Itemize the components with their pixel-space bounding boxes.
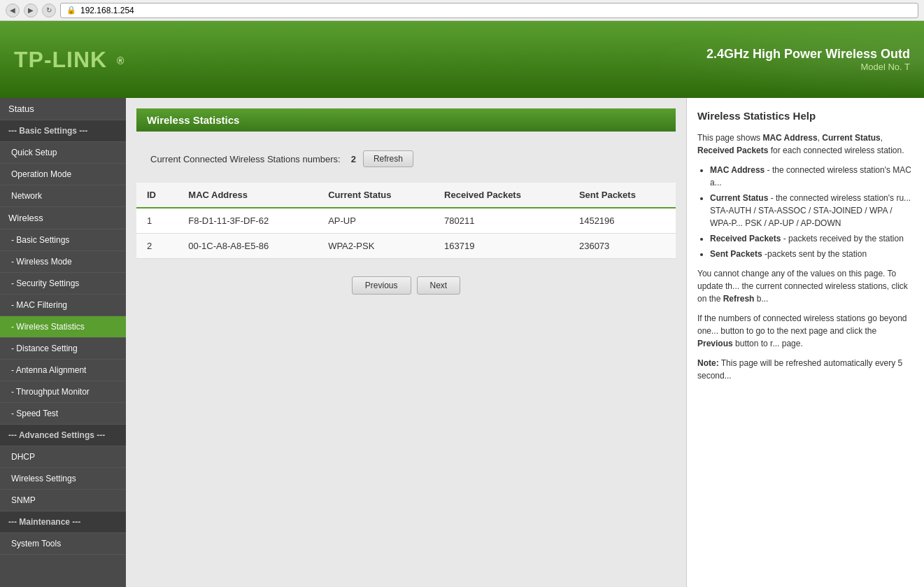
sidebar-item-speed-test[interactable]: - Speed Test xyxy=(0,403,126,425)
help-panel: Wireless Statistics Help This page shows… xyxy=(686,98,924,587)
sidebar-item-maintenance-header: --- Maintenance --- xyxy=(0,511,126,533)
help-title: Wireless Statistics Help xyxy=(697,108,914,125)
cell-received: 780211 xyxy=(434,208,569,234)
sidebar-item-quick-setup[interactable]: Quick Setup xyxy=(0,142,126,164)
sidebar-item-wireless-statistics[interactable]: - Wireless Statistics xyxy=(0,316,126,338)
sidebar-item-basic-settings-header: --- Basic Settings --- xyxy=(0,120,126,142)
sidebar-item-operation-mode[interactable]: Operation Mode xyxy=(0,164,126,185)
sidebar: Status--- Basic Settings ---Quick SetupO… xyxy=(0,98,126,587)
col-mac: MAC Address xyxy=(178,183,318,208)
sidebar-item-system-tools[interactable]: System Tools xyxy=(0,533,126,555)
sidebar-item-wireless[interactable]: Wireless xyxy=(0,207,126,229)
col-received: Received Packets xyxy=(434,183,569,208)
sidebar-item-wireless-settings[interactable]: Wireless Settings xyxy=(0,468,126,490)
help-body1: You cannot change any of the values on t… xyxy=(697,267,914,305)
sidebar-item-advanced-settings-header: --- Advanced Settings --- xyxy=(0,425,126,446)
help-note: Note: This page will be refreshed automa… xyxy=(697,357,914,382)
sidebar-item-security-settings[interactable]: - Security Settings xyxy=(0,273,126,295)
sidebar-item-snmp[interactable]: SNMP xyxy=(0,490,126,511)
lock-icon: 🔒 xyxy=(66,6,76,15)
cell-mac: F8-D1-11-3F-DF-62 xyxy=(178,208,318,234)
cell-sent: 236073 xyxy=(569,234,676,259)
cell-status: AP-UP xyxy=(318,208,434,234)
sidebar-item-mac-filtering[interactable]: - MAC Filtering xyxy=(0,295,126,316)
content-inner: Wireless Statistics Current Connected Wi… xyxy=(126,98,686,316)
page-header: TP-LINK ® 2.4GHz High Power Wireless Out… xyxy=(0,21,924,98)
help-intro: This page shows MAC Address, Current Sta… xyxy=(697,132,914,157)
cell-mac: 00-1C-A8-A8-E5-86 xyxy=(178,234,318,259)
url-text: 192.168.1.254 xyxy=(80,6,134,15)
cell-id: 2 xyxy=(136,234,178,259)
table-row: 200-1C-A8-A8-E5-86WPA2-PSK163719236073 xyxy=(136,234,676,259)
model-number: Model No. T xyxy=(706,62,910,72)
refresh-button[interactable]: Refresh xyxy=(363,150,413,167)
station-count-value: 2 xyxy=(351,154,356,164)
col-status: Current Status xyxy=(318,183,434,208)
next-button[interactable]: Next xyxy=(417,276,461,295)
content-wrapper: Wireless Statistics Current Connected Wi… xyxy=(126,98,924,587)
page-title: Wireless Statistics xyxy=(136,108,676,132)
main-layout: Status--- Basic Settings ---Quick SetupO… xyxy=(0,98,924,587)
sidebar-item-status[interactable]: Status xyxy=(0,98,126,120)
sidebar-item-network[interactable]: Network xyxy=(0,185,126,207)
logo-text: TP-LINK xyxy=(14,47,107,72)
statistics-table: ID MAC Address Current Status Received P… xyxy=(136,183,676,259)
cell-id: 1 xyxy=(136,208,178,234)
header-product-info: 2.4GHz High Power Wireless Outd Model No… xyxy=(706,47,910,72)
browser-chrome: ◀ ▶ ↻ 🔒 192.168.1.254 xyxy=(0,0,924,21)
cell-received: 163719 xyxy=(434,234,569,259)
content-area: Wireless Statistics Current Connected Wi… xyxy=(126,98,686,587)
sidebar-item-basic-settings[interactable]: - Basic Settings xyxy=(0,229,126,251)
sidebar-item-wireless-mode[interactable]: - Wireless Mode xyxy=(0,251,126,273)
brand-logo: TP-LINK ® xyxy=(14,47,125,73)
cell-status: WPA2-PSK xyxy=(318,234,434,259)
sidebar-item-throughput-monitor[interactable]: - Throughput Monitor xyxy=(0,381,126,403)
reload-button[interactable]: ↻ xyxy=(42,3,56,17)
table-header-row: ID MAC Address Current Status Received P… xyxy=(136,183,676,208)
col-id: ID xyxy=(136,183,178,208)
pagination-row: Previous Next xyxy=(136,266,676,305)
previous-button[interactable]: Previous xyxy=(352,276,411,295)
product-name: 2.4GHz High Power Wireless Outd xyxy=(706,47,910,62)
back-button[interactable]: ◀ xyxy=(6,3,20,17)
cell-sent: 1452196 xyxy=(569,208,676,234)
station-count-label: Current Connected Wireless Stations numb… xyxy=(150,154,341,164)
table-row: 1F8-D1-11-3F-DF-62AP-UP7802111452196 xyxy=(136,208,676,234)
address-bar[interactable]: 🔒 192.168.1.254 xyxy=(60,3,918,18)
help-items: MAC Address - the connected wireless sta… xyxy=(697,164,914,260)
sidebar-item-dhcp[interactable]: DHCP xyxy=(0,446,126,468)
col-sent: Sent Packets xyxy=(569,183,676,208)
sidebar-item-antenna-alignment[interactable]: - Antenna Alignment xyxy=(0,360,126,381)
help-body2: If the numbers of connected wireless sta… xyxy=(697,312,914,350)
sidebar-item-distance-setting[interactable]: - Distance Setting xyxy=(0,338,126,360)
forward-button[interactable]: ▶ xyxy=(24,3,38,17)
station-count-row: Current Connected Wireless Stations numb… xyxy=(136,142,676,176)
